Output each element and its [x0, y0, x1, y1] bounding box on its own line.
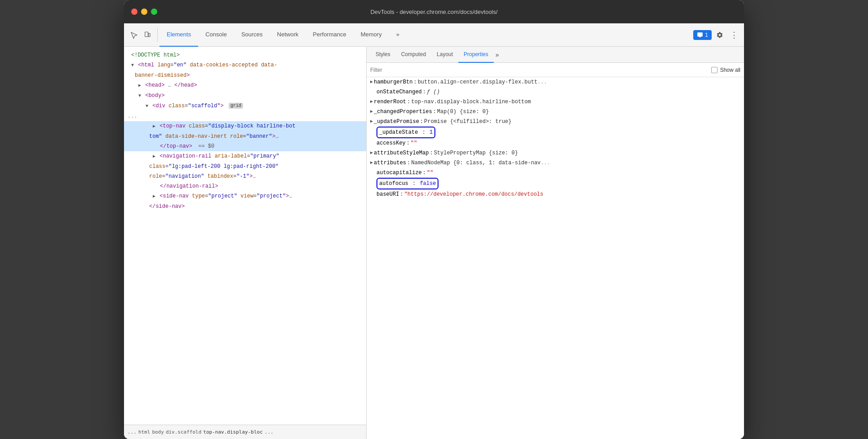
prop-onStateChanged[interactable]: onStateChanged : ƒ (): [367, 87, 744, 97]
updateState-outlined: _updateState : 1: [376, 127, 435, 138]
primary-value: "primary": [250, 153, 279, 159]
tab-more[interactable]: »: [389, 23, 407, 47]
maximize-button[interactable]: [151, 9, 157, 15]
prop-baseURI[interactable]: baseURI : "https://developer.chrome.com/…: [367, 189, 744, 199]
tab-elements[interactable]: Elements: [159, 23, 198, 47]
prop-renderRoot[interactable]: ▶ renderRoot : top-nav.display-block.hai…: [367, 97, 744, 107]
svg-rect-0: [145, 32, 148, 37]
minimize-button[interactable]: [141, 9, 147, 15]
scaffold-value: "scaffold": [188, 103, 220, 109]
attributes-name: attributes: [374, 158, 406, 168]
more-panel-tabs[interactable]: »: [496, 51, 499, 58]
attributeStyleMap-expand: ▶: [370, 148, 373, 158]
traffic-lights: [131, 9, 157, 15]
updatePromise-expand: ▶: [370, 117, 373, 127]
nav-rail-line1[interactable]: ▶ <navigation-rail aria-label="primary": [124, 151, 366, 162]
show-all-container[interactable]: Show all: [711, 67, 740, 73]
prop-autocapitalize[interactable]: autocapitalize : "": [367, 168, 744, 178]
hamburgerBtn-value: button.align-center.display-flex.butt...: [418, 77, 547, 87]
tab-memory[interactable]: Memory: [354, 23, 389, 47]
grid-badge: grid: [229, 103, 243, 109]
prop-autofocus[interactable]: autofocus : false: [367, 178, 744, 189]
nav-rail-expand: ▶: [153, 154, 155, 159]
more-options-button[interactable]: ⋮: [728, 29, 740, 41]
aria-label-attr: aria-label: [215, 153, 247, 159]
show-all-label: Show all: [720, 67, 740, 73]
toolbar-right: 1 ⋮: [693, 29, 740, 41]
lang-value: "en": [173, 62, 186, 68]
prop-hamburgerBtn[interactable]: ▶ hamburgerBtn : button.align-center.dis…: [367, 77, 744, 87]
elements-panel: <!DOCTYPE html> ▼ <html lang="en" data-c…: [124, 47, 367, 439]
expand-icon: ▼: [131, 63, 134, 68]
tab-properties[interactable]: Properties: [458, 47, 494, 63]
tab-console[interactable]: Console: [198, 23, 234, 47]
top-nav-class: "display-block hairline-bot: [208, 123, 295, 129]
data-banner-attr: data-: [261, 62, 277, 68]
project-value: "project": [208, 193, 237, 199]
div-scaffold-line[interactable]: ▼ <div class="scaffold"> grid: [124, 101, 366, 111]
autocapitalize-name: autocapitalize: [376, 168, 422, 178]
view-attr: view: [240, 193, 253, 199]
side-nav-close-partial-tag: </side-nav>: [149, 203, 185, 210]
notification-button[interactable]: 1: [693, 30, 712, 40]
tabindex-value: "-1": [236, 173, 249, 180]
prop-changedProperties[interactable]: ▶ _changedProperties : Map(0) {size: 0}: [367, 107, 744, 117]
tab-styles[interactable]: Styles: [370, 47, 396, 63]
head-tag-line[interactable]: ▶ <head> … </head>: [124, 80, 366, 91]
attributeStyleMap-name: attributeStyleMap: [374, 148, 429, 158]
prop-updatePromise[interactable]: ▶ _updatePromise : Promise {<fulfilled>:…: [367, 117, 744, 127]
top-nav-line1[interactable]: ▶ <top-nav class="display-block hairline…: [124, 121, 366, 132]
tabindex-attr: tabindex: [208, 173, 234, 180]
prop-attributeStyleMap[interactable]: ▶ attributeStyleMap : StylePropertyMap {…: [367, 148, 744, 158]
head-expand-icon: ▶: [138, 83, 141, 88]
breadcrumb-body[interactable]: body: [152, 429, 164, 435]
autocapitalize-value: "": [427, 168, 433, 178]
renderRoot-name: renderRoot: [374, 97, 406, 107]
tab-computed[interactable]: Computed: [396, 47, 431, 63]
breadcrumb-top-nav[interactable]: top-nav.display-bloc: [203, 429, 262, 435]
renderRoot-expand: ▶: [370, 97, 373, 107]
inspect-element-button[interactable]: [128, 29, 140, 41]
side-nav-line[interactable]: ▶ <side-nav type="project" view="project…: [124, 191, 366, 202]
changedProperties-expand: ▶: [370, 107, 373, 117]
data-side-attr: data-side-nav-inert: [165, 133, 227, 140]
updateState-name: _updateState: [379, 129, 418, 136]
device-toolbar-button[interactable]: [141, 29, 154, 41]
side-nav-tag: <side-nav: [159, 193, 189, 199]
filter-bar: Show all: [367, 63, 744, 77]
lang-attr: lang: [157, 62, 170, 68]
top-nav-close-line: </top-nav> == $0: [124, 141, 366, 151]
svg-rect-1: [148, 33, 150, 37]
nav-rail-line3: role="navigation" tabindex="-1">…: [124, 171, 366, 181]
breadcrumb-div-scaffold[interactable]: div.scaffold: [166, 429, 201, 435]
elements-content: <!DOCTYPE html> ▼ <html lang="en" data-c…: [124, 47, 366, 425]
lg-pad-value: "lg:pad-left-200 lg:pad-right-200": [168, 163, 279, 170]
devtools-body: Elements Console Sources Network Perform…: [124, 23, 744, 439]
show-all-checkbox[interactable]: [711, 67, 717, 73]
project-value2: "project": [257, 193, 286, 199]
body-expand-icon: ▼: [138, 93, 141, 98]
breadcrumb-html[interactable]: html: [138, 429, 151, 435]
close-button[interactable]: [131, 9, 137, 15]
hamburgerBtn-name: hamburgerBtn: [374, 77, 412, 87]
tab-network[interactable]: Network: [270, 23, 306, 47]
prop-attributes[interactable]: ▶ attributes : NamedNodeMap {0: class, 1…: [367, 158, 744, 168]
html-tag-line[interactable]: ▼ <html lang="en" data-cookies-accepted …: [124, 60, 366, 70]
side-nav-expand: ▶: [153, 194, 155, 199]
head-close-tag: </head>: [174, 82, 197, 88]
settings-button[interactable]: [713, 29, 726, 41]
tab-sources[interactable]: Sources: [234, 23, 270, 47]
dollar-ref: == $0: [198, 143, 214, 149]
properties-panel: Styles Computed Layout Properties » Show…: [367, 47, 744, 439]
tab-layout[interactable]: Layout: [431, 47, 458, 63]
body-tag-line[interactable]: ▼ <body>: [124, 91, 366, 101]
prop-accessKey[interactable]: accessKey : "": [367, 138, 744, 148]
toolbar-icons: [128, 28, 158, 42]
changedProperties-value: Map(0) {size: 0}: [437, 107, 489, 117]
breadcrumb-dots: ...: [128, 429, 137, 435]
filter-input[interactable]: [370, 67, 711, 73]
tab-performance[interactable]: Performance: [306, 23, 353, 47]
more-icon: ⋮: [730, 30, 738, 40]
role-attr: role: [230, 133, 243, 140]
prop-updateState[interactable]: _updateState : 1: [367, 127, 744, 138]
